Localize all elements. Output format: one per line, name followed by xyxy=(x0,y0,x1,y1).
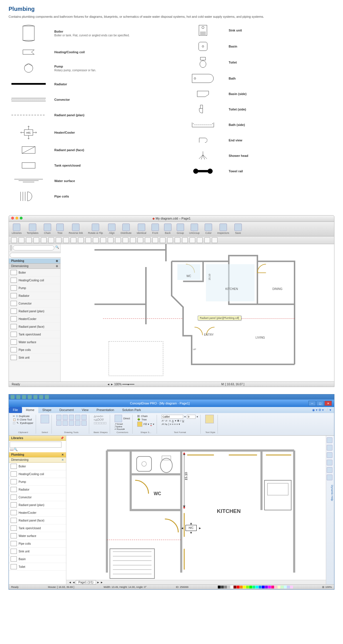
ribbon-tab-solutionpark[interactable]: Solution Park xyxy=(118,407,145,413)
color-swatch[interactable] xyxy=(249,586,252,588)
close-icon[interactable] xyxy=(11,217,14,220)
search-icon[interactable]: 🔍 xyxy=(55,245,59,250)
ribbon-tab-shape[interactable]: Shape xyxy=(38,407,55,413)
toolbar-chain[interactable]: Chain xyxy=(44,224,51,234)
toolbar-rotateflip[interactable]: Rotate & Flip xyxy=(88,224,103,234)
library-item[interactable]: Basin xyxy=(9,555,66,563)
color-swatch[interactable] xyxy=(287,586,290,588)
subtool-button[interactable] xyxy=(137,237,143,243)
minimize-button[interactable]: ─ xyxy=(308,401,316,406)
maximize-button[interactable]: ◻ xyxy=(316,401,324,406)
color-swatch[interactable] xyxy=(240,586,243,588)
ribbon-tab-presentation[interactable]: Presentation xyxy=(93,407,118,413)
toolbar-front[interactable]: Front xyxy=(151,224,159,234)
subtool-button[interactable] xyxy=(152,237,158,243)
ribbon-tab-view[interactable]: View xyxy=(78,407,93,413)
qat-icon[interactable] xyxy=(45,395,49,399)
ribbon-tab-home[interactable]: Home xyxy=(22,407,38,413)
tool-icon[interactable] xyxy=(327,460,332,465)
toolbar-inspectors[interactable]: Inspectors xyxy=(217,224,229,234)
subtool-button[interactable] xyxy=(182,237,188,243)
heater-cooler-control[interactable]: ▲ ◄H/C► ▼ xyxy=(181,521,202,534)
sidebar-tab-plumbing[interactable]: Plumbing⊗ xyxy=(9,258,60,264)
color-swatch[interactable] xyxy=(290,586,293,588)
library-item[interactable]: Pipe coils xyxy=(9,346,60,354)
library-item[interactable]: Pump xyxy=(9,284,60,292)
toolbar-group[interactable]: Group xyxy=(177,224,184,234)
library-item[interactable]: Water surface xyxy=(9,532,66,540)
subtool-button[interactable] xyxy=(41,237,47,243)
color-swatch[interactable] xyxy=(237,586,240,588)
list-icon[interactable] xyxy=(10,245,12,250)
color-swatch[interactable] xyxy=(259,586,262,588)
library-item[interactable]: Radiant panel (face) xyxy=(9,323,60,331)
subtool-button[interactable] xyxy=(108,237,113,243)
subtool-button[interactable] xyxy=(26,237,32,243)
subtool-button[interactable] xyxy=(11,237,17,243)
font-select[interactable] xyxy=(161,415,183,419)
color-swatch[interactable] xyxy=(243,586,246,588)
maximize-icon[interactable] xyxy=(20,217,23,220)
color-swatch[interactable] xyxy=(262,586,265,588)
color-swatch[interactable] xyxy=(221,586,224,588)
subtool-button[interactable] xyxy=(130,237,136,243)
close-button[interactable]: ✕ xyxy=(324,401,332,406)
qat-icon[interactable] xyxy=(28,395,32,399)
sidebar-tab-dimensioning[interactable]: Dimensioning ⊗ xyxy=(9,264,60,269)
toolbar-libraries[interactable]: Libraries xyxy=(12,224,22,234)
color-swatch[interactable] xyxy=(246,586,249,588)
dynamic-help-tab[interactable]: Dynamic Help xyxy=(327,485,334,501)
subtool-button[interactable] xyxy=(197,237,203,243)
subtool-button[interactable] xyxy=(123,237,128,243)
color-swatch[interactable] xyxy=(256,586,258,588)
library-item[interactable]: Radiant panel (face) xyxy=(9,517,66,524)
subtool-button[interactable] xyxy=(145,237,151,243)
ribbon-tab-document[interactable]: Document xyxy=(55,407,78,413)
subtool-button[interactable] xyxy=(167,237,173,243)
tool-icon[interactable] xyxy=(327,475,332,480)
toolbar-distribute[interactable]: Distribute xyxy=(121,224,131,234)
toolbar-identical[interactable]: Identical xyxy=(137,224,146,234)
library-item[interactable]: Boiler xyxy=(9,463,66,470)
toolbar-reverselink[interactable]: Reverse link xyxy=(69,224,83,234)
qat-icon[interactable] xyxy=(39,395,43,399)
qat-icon[interactable] xyxy=(11,395,15,399)
tool-icon[interactable] xyxy=(327,437,332,443)
color-swatch[interactable] xyxy=(230,586,233,588)
color-swatch[interactable] xyxy=(218,586,221,588)
toolbar-align[interactable]: Align xyxy=(108,224,115,234)
tool-icon[interactable] xyxy=(327,467,332,473)
subtool-button[interactable] xyxy=(100,237,106,243)
subtool-button[interactable] xyxy=(212,237,218,243)
toolbar-back[interactable]: Back xyxy=(164,224,172,234)
library-item[interactable]: Sink unit xyxy=(9,354,60,361)
font-size[interactable] xyxy=(187,415,196,419)
color-swatch[interactable] xyxy=(284,586,287,588)
subtool-button[interactable] xyxy=(71,237,76,243)
color-swatch[interactable] xyxy=(227,586,230,588)
library-item[interactable]: Toilet xyxy=(9,563,66,571)
subtool-button[interactable] xyxy=(175,237,180,243)
subtool-button[interactable] xyxy=(93,237,99,243)
library-item[interactable]: Convector xyxy=(9,300,60,307)
win-canvas[interactable]: WC KITCHEN 15.10 ▲ ◄H/C► ▼ ◄ ◄ Page1 (1/… xyxy=(66,436,326,584)
library-item[interactable]: Water surface xyxy=(9,338,60,346)
library-item[interactable]: Radiant panel (plan) xyxy=(9,501,66,509)
subtool-button[interactable] xyxy=(33,237,39,243)
color-swatch[interactable] xyxy=(265,586,268,588)
file-tab[interactable]: File xyxy=(9,407,22,413)
library-item[interactable]: Boiler xyxy=(9,269,60,276)
subtool-button[interactable] xyxy=(48,237,54,243)
subtool-button[interactable] xyxy=(63,237,69,243)
mac-canvas[interactable]: WC KITCHEN DINING ENTRY LIVING UP 15.10 … xyxy=(61,244,334,382)
subtool-button[interactable] xyxy=(115,237,121,243)
color-swatch[interactable] xyxy=(271,586,274,588)
library-item[interactable]: Tank open/closed xyxy=(9,331,60,338)
library-item[interactable]: Tank open/closed xyxy=(9,524,66,532)
toolbar-tree[interactable]: Tree xyxy=(56,224,64,234)
library-item[interactable]: Pump xyxy=(9,478,66,486)
color-swatch[interactable] xyxy=(252,586,255,588)
color-swatch[interactable] xyxy=(268,586,271,588)
color-swatch[interactable] xyxy=(278,586,280,588)
library-item[interactable]: Heating/Cooling coil xyxy=(9,470,66,478)
